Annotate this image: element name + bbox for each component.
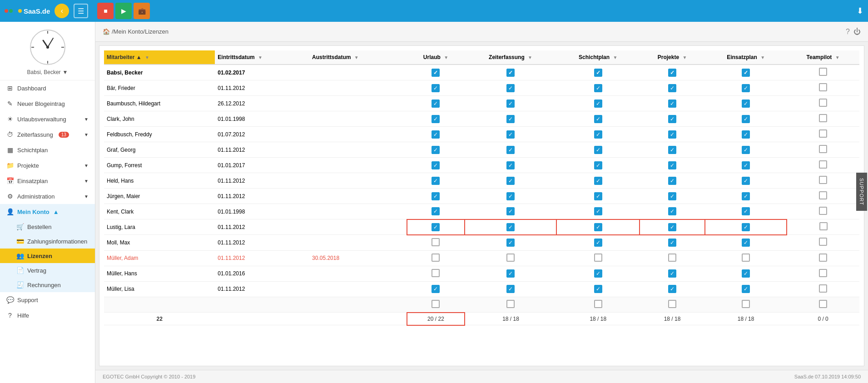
checkbox-checked[interactable]: ✓ [742,192,750,200]
checkbox-checked[interactable]: ✓ [742,239,750,247]
checkbox-unchecked[interactable] [819,269,827,277]
filter-icon[interactable]: ▼ [528,55,532,60]
checkbox-checked[interactable]: ✓ [594,285,602,293]
checkbox-unchecked[interactable] [506,300,515,308]
checkbox-checked[interactable]: ✓ [594,84,602,92]
checkbox-checked[interactable]: ✓ [742,130,750,139]
checkbox-checked[interactable]: ✓ [594,177,602,185]
checkbox-checked[interactable]: ✓ [432,69,440,77]
checkbox-unchecked[interactable] [819,68,827,76]
checkbox-unchecked[interactable] [594,254,602,262]
filter-icon[interactable]: ▼ [354,55,359,60]
checkbox-unchecked[interactable] [819,145,827,153]
profile-name[interactable]: Babsi, Becker ▼ [27,69,68,75]
checkbox-checked[interactable]: ✓ [506,84,515,92]
checkbox-checked[interactable]: ✓ [594,130,602,139]
checkbox-checked[interactable]: ✓ [742,84,750,92]
sidebar-item-zahlungsinformationen[interactable]: 💳 Zahlungsinformationen [0,234,95,249]
checkbox-checked[interactable]: ✓ [668,69,676,77]
checkbox-unchecked[interactable] [742,254,750,262]
menu-button[interactable]: ☰ [74,4,88,18]
checkbox-checked[interactable]: ✓ [432,130,440,139]
checkbox-checked[interactable]: ✓ [432,115,440,123]
briefcase-button[interactable]: 💼 [134,3,150,19]
sidebar-item-neuer-blogeintrag[interactable]: ✎ Neuer Blogeintrag [0,96,95,111]
nav-toggle-button[interactable]: ‹ [55,4,69,18]
checkbox-checked[interactable]: ✓ [668,207,676,215]
checkbox-unchecked[interactable] [819,254,827,262]
checkbox-checked[interactable]: ✓ [506,207,515,215]
checkbox-checked[interactable]: ✓ [594,223,602,231]
checkbox-unchecked[interactable] [506,254,515,262]
checkbox-unchecked[interactable] [432,269,440,277]
col-zeiterfassung[interactable]: Zeiterfassung ▼ [465,50,557,65]
sidebar-item-einsatzplan[interactable]: 📅 Einsatzplan ▼ [0,173,95,189]
checkbox-checked[interactable]: ✓ [594,99,602,108]
checkbox-checked[interactable]: ✓ [432,146,440,154]
checkbox-checked[interactable]: ✓ [742,115,750,123]
sidebar-item-lizenzen[interactable]: 👥 Lizenzen [0,249,95,263]
checkbox-checked[interactable]: ✓ [668,115,676,123]
sidebar-item-zeiterfassung[interactable]: ⏱ Zeiterfassung 13 ▼ [0,127,95,142]
checkbox-checked[interactable]: ✓ [594,207,602,215]
checkbox-checked[interactable]: ✓ [668,99,676,108]
checkbox-unchecked[interactable] [819,238,827,246]
checkbox-unchecked[interactable] [432,238,440,246]
checkbox-unchecked[interactable] [819,207,827,215]
sidebar-item-rechnungen[interactable]: 🧾 Rechnungen [0,278,95,292]
checkbox-unchecked[interactable] [432,254,440,262]
sidebar-item-dashboard[interactable]: ⊞ Dashboard [0,80,95,96]
support-tab[interactable]: SUPPORT [856,173,867,211]
help-button[interactable]: ? [846,28,850,36]
checkbox-checked[interactable]: ✓ [668,192,676,200]
checkbox-checked[interactable]: ✓ [668,84,676,92]
sidebar-item-urlaubsverwaltung[interactable]: ☀ Urlaubsverwaltung ▼ [0,111,95,127]
checkbox-checked[interactable]: ✓ [742,161,750,169]
checkbox-checked[interactable]: ✓ [594,146,602,154]
filter-icon[interactable]: ▼ [613,55,617,60]
checkbox-checked[interactable]: ✓ [506,130,515,139]
download-button[interactable]: ⬇ [857,6,863,16]
checkbox-checked[interactable]: ✓ [668,146,676,154]
checkbox-checked[interactable]: ✓ [432,177,440,185]
checkbox-checked[interactable]: ✓ [506,161,515,169]
checkbox-checked[interactable]: ✓ [742,177,750,185]
sidebar-item-vertrag[interactable]: 📄 Vertrag [0,263,95,278]
checkbox-checked[interactable]: ✓ [432,192,440,200]
checkbox-checked[interactable]: ✓ [594,115,602,123]
checkbox-unchecked[interactable] [819,176,827,184]
sidebar-item-support[interactable]: 💬 Support [0,292,95,308]
play-button[interactable]: ▶ [115,3,132,19]
checkbox-unchecked[interactable] [819,99,827,107]
sidebar-item-projekte[interactable]: 📁 Projekte ▼ [0,158,95,173]
checkbox-checked[interactable]: ✓ [432,207,440,215]
sidebar-item-schichtplan[interactable]: ▦ Schichtplan [0,142,95,158]
col-einsatzplan[interactable]: Einsatzplan ▼ [705,50,787,65]
col-projekte[interactable]: Projekte ▼ [640,50,705,65]
col-mitarbeiter[interactable]: Mitarbeiter ▲ ▼ [104,50,215,65]
checkbox-checked[interactable]: ✓ [668,269,676,278]
checkbox-checked[interactable]: ✓ [506,285,515,293]
filter-icon[interactable]: ▼ [682,55,687,60]
col-eintrittsdatum[interactable]: Eintrittsdatum ▼ [215,50,309,65]
checkbox-unchecked[interactable] [819,300,827,308]
checkbox-checked[interactable]: ✓ [742,223,750,231]
checkbox-checked[interactable]: ✓ [668,130,676,139]
checkbox-unchecked[interactable] [668,300,676,308]
checkbox-checked[interactable]: ✓ [668,285,676,293]
checkbox-checked[interactable]: ✓ [742,99,750,108]
checkbox-unchecked[interactable] [819,114,827,122]
col-teampilot[interactable]: Teampilot ▼ [787,50,859,65]
checkbox-checked[interactable]: ✓ [432,99,440,108]
checkbox-checked[interactable]: ✓ [506,99,515,108]
checkbox-checked[interactable]: ✓ [668,223,676,231]
checkbox-unchecked[interactable] [594,300,602,308]
checkbox-checked[interactable]: ✓ [594,161,602,169]
checkbox-checked[interactable]: ✓ [432,161,440,169]
checkbox-unchecked[interactable] [819,191,827,199]
filter-icon[interactable]: ▼ [258,55,263,60]
checkbox-unchecked[interactable] [819,160,827,169]
checkbox-checked[interactable]: ✓ [506,177,515,185]
checkbox-checked[interactable]: ✓ [432,223,440,231]
filter-icon[interactable]: ▼ [444,55,448,60]
